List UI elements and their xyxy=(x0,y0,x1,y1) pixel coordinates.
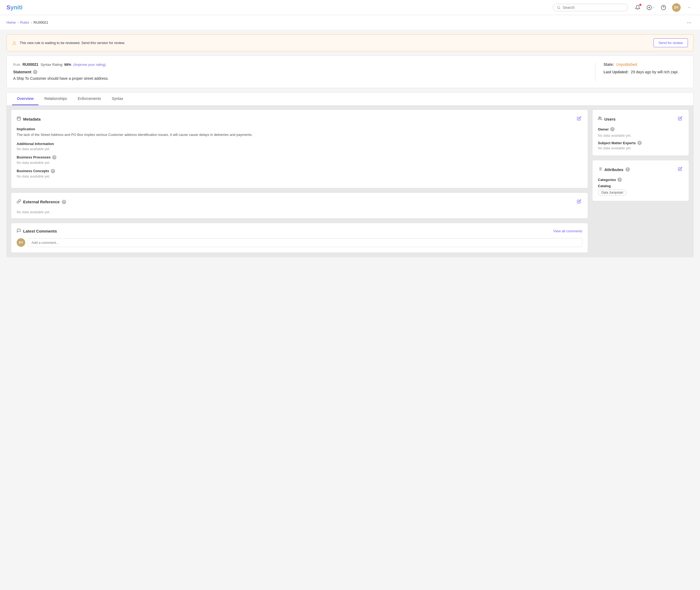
breadcrumb-rules[interactable]: Rules xyxy=(20,20,29,24)
attributes-title: Attributes ? xyxy=(598,167,630,172)
additional-info-group: Additional Information No data available… xyxy=(17,142,582,151)
categories-label: Categories ? xyxy=(598,178,683,182)
add-button[interactable] xyxy=(646,3,655,12)
logo-text: yniti xyxy=(10,4,22,11)
tab-relationships[interactable]: Relationships xyxy=(39,93,72,105)
syntax-percent: 98% xyxy=(64,63,71,67)
user-menu-chevron[interactable] xyxy=(685,3,694,12)
tab-enforcements[interactable]: Enforcements xyxy=(73,93,106,105)
attributes-icon xyxy=(598,167,602,172)
header-actions: DY xyxy=(633,3,694,12)
external-reference-edit-button[interactable] xyxy=(576,198,582,206)
business-processes-value: No data available yet. xyxy=(17,161,582,165)
notification-badge xyxy=(639,4,641,6)
rule-id: RU00021 xyxy=(22,62,38,67)
svg-point-11 xyxy=(599,117,600,118)
attributes-help-icon[interactable]: ? xyxy=(626,167,630,172)
view-all-comments-link[interactable]: View all comments xyxy=(553,229,582,233)
alert-banner: ⚠ This new rule is waiting to be reviewe… xyxy=(6,34,694,51)
comment-input-row: DY xyxy=(17,238,582,247)
app-header: Syniti DY xyxy=(0,0,700,15)
statement-text: A Ship To Customer should have a proper … xyxy=(13,76,587,81)
business-concepts-value: No data available yet. xyxy=(17,174,582,178)
alert-text: This new rule is waiting to be reviewed.… xyxy=(20,41,125,45)
business-concepts-help-icon[interactable]: ? xyxy=(51,169,55,173)
metadata-title: Metadata xyxy=(17,116,40,122)
catalog-tag: Data Jumpstart xyxy=(598,190,627,196)
attributes-panel: Attributes ? Categories ? Catalog Data J… xyxy=(592,160,689,201)
additional-info-value: No data available yet. xyxy=(17,147,582,151)
comments-header: Latest Comments View all comments xyxy=(17,228,582,234)
tab-overview[interactable]: Overview xyxy=(12,93,38,105)
svg-line-1 xyxy=(559,8,560,9)
business-concepts-group: Business Concepts ? No data available ye… xyxy=(17,169,582,178)
left-column: Metadata Implication The lack of the Str… xyxy=(11,110,588,253)
alert-icon: ⚠ xyxy=(12,40,16,46)
comment-input[interactable] xyxy=(28,238,582,247)
users-title: Users xyxy=(598,116,616,122)
breadcrumb: Home › Rules › RU00021 xyxy=(6,20,49,24)
owner-label: Owner xyxy=(598,127,609,131)
send-for-review-button[interactable]: Send for review xyxy=(653,38,688,47)
rule-card: Rule RU00021 Syntax Rating: 98% (Improve… xyxy=(6,56,694,88)
business-processes-group: Business Processes ? No data available y… xyxy=(17,155,582,165)
tabs-bar: Overview Relationships Enforcements Synt… xyxy=(6,92,694,105)
rule-title-row: Rule RU00021 Syntax Rating: 98% (Improve… xyxy=(13,62,587,67)
sme-value: No data available yet. xyxy=(598,146,683,150)
state-label: State: xyxy=(604,62,614,67)
notifications-button[interactable] xyxy=(633,3,642,12)
alert-left: ⚠ This new rule is waiting to be reviewe… xyxy=(12,40,125,46)
improve-rating-link[interactable]: (Improve your rating) xyxy=(73,63,106,67)
users-edit-button[interactable] xyxy=(677,115,683,123)
business-concepts-label: Business Concepts ? xyxy=(17,169,582,173)
tab-syntax[interactable]: Syntax xyxy=(107,93,128,105)
comments-title: Latest Comments xyxy=(17,228,57,234)
rule-details-left: Rule RU00021 Syntax Rating: 98% (Improve… xyxy=(13,62,596,81)
attributes-edit-button[interactable] xyxy=(677,166,683,173)
implication-group: Implication The lack of the Street Addre… xyxy=(17,127,582,137)
search-bar[interactable] xyxy=(553,4,628,11)
sme-section: Subject Matter Experts ? No data availab… xyxy=(598,141,683,150)
external-reference-icon xyxy=(17,199,21,205)
metadata-icon xyxy=(17,116,21,122)
help-button[interactable] xyxy=(659,3,668,12)
updated-value: 29 days ago by will rich zapi xyxy=(631,70,678,74)
user-avatar-button[interactable]: DY xyxy=(672,3,681,12)
owner-value: No data available yet. xyxy=(598,133,683,137)
sme-help-icon[interactable]: ? xyxy=(637,141,642,145)
implication-label: Implication xyxy=(17,127,582,131)
more-options-button[interactable]: ··· xyxy=(685,18,694,26)
business-processes-label: Business Processes ? xyxy=(17,155,582,160)
breadcrumb-sep-1: › xyxy=(17,20,18,24)
business-processes-help-icon[interactable]: ? xyxy=(52,155,57,160)
catalog-label: Catalog xyxy=(598,184,683,188)
metadata-edit-button[interactable] xyxy=(576,115,582,123)
breadcrumb-current: RU00021 xyxy=(33,20,49,24)
right-column: Users Owner ? No data available yet. Sub… xyxy=(592,110,689,253)
implication-text: The lack of the Street Address and PO Bo… xyxy=(17,132,582,137)
owner-help-icon[interactable]: ? xyxy=(610,127,615,131)
search-icon xyxy=(557,6,560,9)
state-row: State: Unpublished xyxy=(604,62,687,67)
comments-panel: Latest Comments View all comments DY xyxy=(11,223,588,253)
external-reference-panel: External Reference ? No data available y… xyxy=(11,193,588,219)
sme-label: Subject Matter Experts ? xyxy=(598,141,683,145)
app-logo: Syniti xyxy=(6,4,22,11)
metadata-panel: Metadata Implication The lack of the Str… xyxy=(11,110,588,188)
categories-help-icon[interactable]: ? xyxy=(617,178,622,182)
breadcrumb-home[interactable]: Home xyxy=(6,20,16,24)
breadcrumb-bar: Home › Rules › RU00021 ··· xyxy=(0,15,700,30)
syntax-prefix: Syntax Rating: xyxy=(40,63,64,67)
owner-row: Owner ? xyxy=(598,127,683,131)
statement-help-icon[interactable]: ? xyxy=(33,70,37,74)
external-reference-header: External Reference ? xyxy=(17,198,582,206)
rule-details-right: State: Unpublished Last Updated: 29 days… xyxy=(596,62,687,81)
attributes-panel-header: Attributes ? xyxy=(598,166,683,173)
users-panel: Users Owner ? No data available yet. Sub… xyxy=(592,110,689,156)
search-input[interactable] xyxy=(563,5,624,10)
external-reference-help-icon[interactable]: ? xyxy=(62,200,66,204)
syntax-rating: Syntax Rating: 98% xyxy=(40,63,71,67)
users-panel-header: Users xyxy=(598,115,683,123)
updated-row: Last Updated: 29 days ago by will rich z… xyxy=(604,70,687,74)
logo-s: S xyxy=(6,4,10,11)
